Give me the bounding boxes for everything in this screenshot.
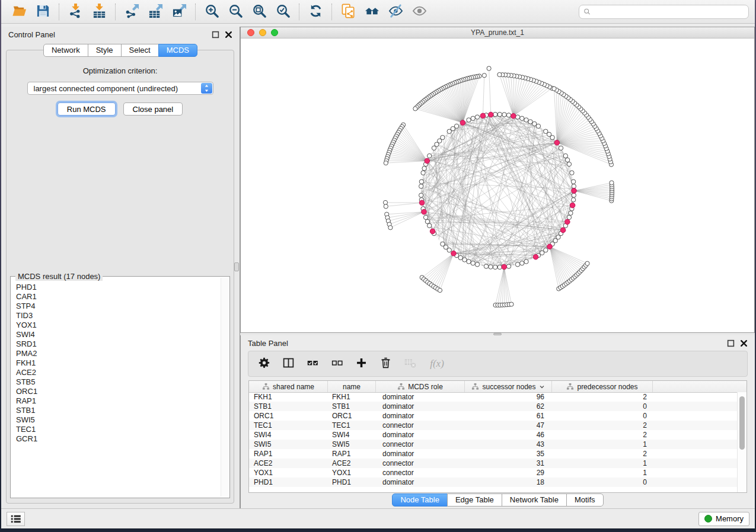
- tab-mcds[interactable]: MCDS: [158, 44, 197, 57]
- list-icon: [10, 514, 22, 524]
- search-input[interactable]: [594, 7, 744, 17]
- export-network-icon: [125, 4, 139, 20]
- table-row[interactable]: SWI4SWI4dominator462: [249, 430, 738, 440]
- network-title: YPA_prune.txt_1: [471, 28, 524, 37]
- show-panels-list-button[interactable]: [7, 512, 25, 526]
- export-network-button[interactable]: [120, 2, 143, 21]
- import-network-button[interactable]: [63, 2, 87, 21]
- table-row[interactable]: YOX1YOX1connector291: [249, 468, 738, 477]
- export-table-button[interactable]: [143, 2, 167, 21]
- export-image-button[interactable]: [167, 2, 191, 21]
- table-row[interactable]: STB1STB1dominator620: [249, 402, 738, 411]
- table-tab-motifs[interactable]: Motifs: [566, 493, 604, 507]
- column-header-shared-name[interactable]: shared name: [249, 381, 328, 392]
- mcds-result-scrollbar[interactable]: [221, 278, 228, 496]
- mcds-result-item: SWI5: [16, 415, 229, 425]
- import-table-button[interactable]: [87, 2, 111, 21]
- save-session-button[interactable]: [31, 2, 55, 21]
- table-scrollbar[interactable]: [737, 392, 747, 492]
- tab-select[interactable]: Select: [121, 44, 159, 57]
- column-header-predecessor-nodes[interactable]: predecessor nodes: [552, 381, 653, 392]
- close-panel-icon[interactable]: [225, 31, 232, 39]
- mcds-tab-content: Optimization criterion: largest connecte…: [6, 50, 234, 504]
- maximize-window-icon[interactable]: [271, 29, 278, 36]
- hide-selected-icon: [388, 4, 403, 20]
- select-all-button[interactable]: [305, 357, 320, 371]
- zoom-fit-button[interactable]: [247, 2, 271, 21]
- open-file-icon: [12, 4, 27, 20]
- table-row[interactable]: SWI5SWI5connector431: [249, 440, 738, 449]
- status-bar: Memory: [1, 508, 755, 528]
- table-row[interactable]: ACE2ACE2connector311: [249, 459, 738, 468]
- close-table-panel-icon[interactable]: [740, 339, 748, 347]
- refresh-button[interactable]: [304, 2, 327, 21]
- table-panel-tabs: Node TableEdge TableNetwork TableMotifs: [241, 493, 755, 507]
- mcds-result-item: SRD1: [16, 339, 229, 349]
- show-all-button[interactable]: [407, 2, 431, 21]
- toolbar-separator: [331, 4, 332, 20]
- zoom-selected-icon: [276, 4, 291, 20]
- deselect-all-icon: [331, 357, 343, 371]
- table-row[interactable]: TEC1TEC1connector472: [249, 421, 738, 430]
- delete-columns-button[interactable]: [378, 357, 393, 371]
- column-header-MCDS-role[interactable]: MCDS role: [376, 381, 465, 392]
- toolbar-separator: [299, 4, 299, 20]
- toolbar-separator: [59, 4, 59, 20]
- deselect-all-button[interactable]: [330, 357, 344, 371]
- float-table-panel-icon[interactable]: [727, 339, 735, 347]
- run-mcds-button[interactable]: Run MCDS: [58, 102, 116, 116]
- table-toolbar: f(x): [248, 351, 748, 377]
- zoom-in-button[interactable]: [200, 2, 224, 21]
- mcds-result-list: PHD1CAR1STP4TID3YOX1SWI4SRD1PMA2FKH1ACE2…: [11, 277, 229, 444]
- toolbar-separator: [195, 4, 196, 20]
- table-options-gear-button[interactable]: [257, 357, 271, 371]
- export-image-icon: [172, 4, 187, 20]
- column-header-filler: [653, 381, 747, 392]
- close-panel-button[interactable]: Close panel: [123, 102, 183, 116]
- close-window-icon[interactable]: [247, 29, 254, 36]
- first-neighbors-button[interactable]: [360, 2, 384, 21]
- network-graph[interactable]: [241, 38, 755, 332]
- table-row[interactable]: FKH1FKH1dominator962: [249, 392, 738, 402]
- hide-selected-button[interactable]: [384, 2, 407, 21]
- tab-style[interactable]: Style: [88, 44, 122, 57]
- minimize-window-icon[interactable]: [259, 29, 266, 36]
- add-column-button[interactable]: [354, 357, 368, 371]
- first-neighbors-icon: [365, 4, 379, 20]
- select-all-icon: [307, 357, 319, 371]
- open-file-button[interactable]: [7, 2, 31, 21]
- column-header-successor-nodes[interactable]: successor nodes: [465, 381, 552, 392]
- show-all-icon: [412, 4, 427, 20]
- export-table-icon: [148, 4, 163, 20]
- search-box[interactable]: [579, 5, 749, 19]
- mcds-result-item: TEC1: [16, 425, 229, 434]
- table-row[interactable]: ORC1ORC1dominator610: [249, 411, 738, 421]
- mcds-result-item: FKH1: [16, 358, 229, 368]
- vertical-splitter-handle[interactable]: [234, 262, 239, 271]
- float-panel-icon[interactable]: [212, 31, 219, 39]
- column-header-name[interactable]: name: [328, 381, 376, 392]
- zoom-out-button[interactable]: [224, 2, 247, 21]
- tab-network[interactable]: Network: [43, 44, 88, 57]
- table-tab-edge-table[interactable]: Edge Table: [447, 493, 502, 507]
- node-table: shared namenameMCDS rolesuccessor nodesp…: [248, 380, 747, 493]
- memory-label: Memory: [716, 514, 744, 523]
- mcds-result-item: GCR1: [16, 434, 229, 444]
- mcds-result-item: TID3: [16, 311, 229, 321]
- table-scrollbar-thumb[interactable]: [739, 396, 745, 450]
- zoom-selected-button[interactable]: [271, 2, 295, 21]
- table-row[interactable]: RAP1RAP1dominator352: [249, 449, 738, 459]
- table-row[interactable]: PHD1PHD1dominator180: [249, 477, 738, 487]
- network-from-selection-button[interactable]: [336, 2, 360, 21]
- zoom-out-icon: [228, 4, 243, 20]
- show-columns-button[interactable]: [281, 357, 295, 371]
- optimization-criterion-select[interactable]: largest connected component (undirected): [27, 82, 213, 95]
- memory-button[interactable]: Memory: [698, 512, 749, 526]
- table-tab-node-table[interactable]: Node Table: [392, 493, 448, 507]
- mcds-result-item: STP4: [16, 302, 229, 311]
- table-tab-network-table[interactable]: Network Table: [502, 493, 567, 507]
- function-builder-icon: f(x): [430, 358, 444, 370]
- network-canvas[interactable]: [241, 38, 754, 332]
- network-window-titlebar[interactable]: YPA_prune.txt_1: [241, 27, 754, 39]
- mcds-result-item: STB5: [16, 377, 229, 387]
